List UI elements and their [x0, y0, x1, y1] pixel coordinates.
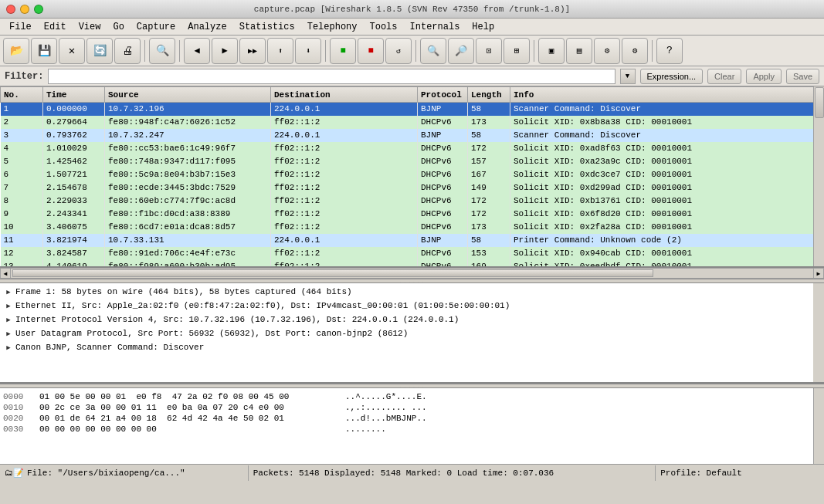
- capture-restart-button[interactable]: ↺: [385, 38, 412, 64]
- display-filter-button[interactable]: ⚙: [622, 38, 648, 64]
- col-header-protocol[interactable]: Protocol: [418, 87, 468, 103]
- expand-icon[interactable]: ▶: [3, 328, 14, 339]
- col-header-no[interactable]: No.: [1, 87, 43, 103]
- expand-icon[interactable]: ▶: [3, 342, 14, 353]
- packet-list-hscrollbar[interactable]: ◀ ▶: [0, 268, 824, 279]
- col-header-source[interactable]: Source: [105, 87, 271, 103]
- print-button[interactable]: 🖨: [114, 38, 141, 64]
- apply-button[interactable]: Apply: [746, 69, 782, 84]
- zoom-fit-button[interactable]: ⊡: [476, 38, 502, 64]
- save-filter-button[interactable]: Save: [786, 69, 819, 84]
- menu-internals[interactable]: Internals: [404, 20, 466, 34]
- window-title: capture.pcap [Wireshark 1.8.5 (SVN Rev 4…: [254, 5, 570, 14]
- minimize-window-button[interactable]: [20, 5, 29, 14]
- table-row[interactable]: 61.507721fe80::5c9a:8e04:b3b7:15e3ff02::…: [1, 168, 824, 181]
- menu-tools[interactable]: Tools: [364, 20, 404, 34]
- zoom-normal-button[interactable]: ⊞: [504, 38, 530, 64]
- expand-icon[interactable]: ▶: [3, 286, 14, 297]
- packet-details: ▶Frame 1: 58 bytes on wire (464 bits), 5…: [0, 283, 824, 384]
- table-row[interactable]: 123.824587fe80::91ed:706c:4e4f:e73cff02:…: [1, 247, 824, 260]
- detail-row[interactable]: ▶Ethernet II, Src: Apple_2a:02:f0 (e0:f8…: [2, 299, 822, 313]
- hscroll-thumb[interactable]: [12, 269, 653, 277]
- menu-edit[interactable]: Edit: [38, 20, 73, 34]
- detail-row[interactable]: ▶Canon BJNP, Scanner Command: Discover: [2, 340, 822, 354]
- first-button[interactable]: ⬆: [267, 38, 293, 64]
- menu-go[interactable]: Go: [107, 20, 130, 34]
- reload-button[interactable]: 🔄: [86, 38, 113, 64]
- menu-statistics[interactable]: Statistics: [233, 20, 301, 34]
- table-row[interactable]: 30.79376210.7.32.247224.0.0.1BJNP58Scann…: [1, 129, 824, 142]
- hex-bytes: 00 01 de 64 21 a4 00 18 62 4d 42 4a 4e 5…: [39, 414, 333, 423]
- capture-stop-button[interactable]: ■: [358, 38, 384, 64]
- separator-4: [415, 40, 416, 62]
- status-bar: 🗂📝 File: "/Users/bixiaopeng/ca..." Packe…: [0, 464, 824, 481]
- close-capture-button[interactable]: ✕: [59, 38, 85, 64]
- open-button[interactable]: 📂: [3, 38, 29, 64]
- save-button[interactable]: 💾: [31, 38, 57, 64]
- menu-bar: File Edit View Go Capture Analyze Statis…: [0, 19, 824, 36]
- vscrollbar-thumb[interactable]: [815, 87, 824, 118]
- menu-telephony[interactable]: Telephony: [301, 20, 364, 34]
- table-row[interactable]: 51.425462fe80::748a:9347:d117:f095ff02::…: [1, 155, 824, 168]
- status-packets: Packets: 5148 Displayed: 5148 Marked: 0 …: [249, 465, 656, 481]
- filter-input[interactable]: [48, 69, 615, 84]
- col-header-length[interactable]: Length: [468, 87, 510, 103]
- expand-icon[interactable]: ▶: [3, 300, 14, 311]
- hscroll-track[interactable]: [11, 269, 813, 278]
- hex-offset: 0020: [3, 414, 30, 423]
- maximize-window-button[interactable]: [34, 5, 43, 14]
- hex-offset: 0030: [3, 425, 30, 434]
- expand-icon[interactable]: ▶: [3, 314, 14, 325]
- table-header: No. Time Source Destination Protocol Len…: [1, 87, 824, 103]
- filter-dropdown-button[interactable]: ▼: [620, 69, 636, 84]
- col-header-time[interactable]: Time: [43, 87, 105, 103]
- clear-button[interactable]: Clear: [707, 69, 741, 84]
- back-button[interactable]: ◀: [184, 38, 210, 64]
- status-file-icons: 🗂📝: [5, 468, 24, 478]
- expression-button[interactable]: Expression...: [640, 69, 704, 84]
- last-button[interactable]: ⬇: [295, 38, 321, 64]
- menu-help[interactable]: Help: [466, 20, 500, 34]
- table-row[interactable]: 113.82197410.7.33.131224.0.0.1BJNP58Prin…: [1, 234, 824, 247]
- table-row[interactable]: 82.229033fe80::60eb:c774:7f9c:ac8dff02::…: [1, 194, 824, 208]
- hscroll-right-button[interactable]: ▶: [813, 268, 824, 279]
- colorize-button[interactable]: ▣: [538, 38, 565, 64]
- packet-list-vscrollbar[interactable]: [813, 86, 824, 266]
- zoom-in-button[interactable]: 🔍: [420, 38, 446, 64]
- menu-file[interactable]: File: [3, 20, 38, 34]
- detail-vscrollbar[interactable]: [813, 283, 824, 382]
- table-row[interactable]: 10.00000010.7.32.196224.0.0.1BJNP58Scann…: [1, 103, 824, 116]
- hex-vscrollbar[interactable]: [813, 388, 824, 464]
- zoom-out-button[interactable]: 🔎: [448, 38, 474, 64]
- capture-filter-button[interactable]: ⚙: [594, 38, 620, 64]
- forward-button[interactable]: ▶: [212, 38, 238, 64]
- go-button[interactable]: ▶▶: [239, 38, 266, 64]
- show-prefs-button[interactable]: ▤: [566, 38, 592, 64]
- menu-analyze[interactable]: Analyze: [181, 20, 232, 34]
- table-row[interactable]: 41.010029fe80::cc53:bae6:1c49:96f7ff02::…: [1, 142, 824, 155]
- toolbar: 📂 💾 ✕ 🔄 🖨 🔍 ◀ ▶ ▶▶ ⬆ ⬇ ■ ■ ↺ 🔍 🔎 ⊡ ⊞ ▣ ▤…: [0, 36, 824, 66]
- menu-capture[interactable]: Capture: [131, 20, 181, 34]
- col-header-info[interactable]: Info: [510, 87, 824, 103]
- hex-ascii: ........: [345, 425, 386, 434]
- table-row[interactable]: 103.406075fe80::6cd7:e01a:dca8:8d57ff02:…: [1, 221, 824, 234]
- menu-view[interactable]: View: [73, 20, 107, 34]
- separator-3: [325, 40, 326, 62]
- find-button[interactable]: 🔍: [149, 38, 175, 64]
- packet-table: No. Time Source Destination Protocol Len…: [0, 86, 824, 268]
- col-header-destination[interactable]: Destination: [271, 87, 418, 103]
- hex-row: 001000 2c ce 3a 00 00 01 11 e0 ba 0a 07 …: [3, 402, 821, 413]
- detail-row[interactable]: ▶User Datagram Protocol, Src Port: 56932…: [2, 326, 822, 340]
- hscroll-left-button[interactable]: ◀: [0, 268, 11, 279]
- table-row[interactable]: 20.279664fe80::948f:c4a7:6026:1c52ff02::…: [1, 116, 824, 129]
- capture-start-button[interactable]: ■: [330, 38, 356, 64]
- detail-row[interactable]: ▶Frame 1: 58 bytes on wire (464 bits), 5…: [2, 285, 822, 299]
- status-file-text: File: "/Users/bixiaopeng/ca...": [27, 468, 185, 478]
- status-file: 🗂📝 File: "/Users/bixiaopeng/ca...": [0, 465, 249, 481]
- close-window-button[interactable]: [6, 5, 15, 14]
- table-row[interactable]: 134.140619fe80::f989:a600:b30b:ad95ff02:…: [1, 260, 824, 269]
- table-row[interactable]: 92.243341fe80::f1bc:d0cd:a38:8389ff02::1…: [1, 208, 824, 221]
- help-button[interactable]: ?: [656, 38, 683, 64]
- detail-row[interactable]: ▶Internet Protocol Version 4, Src: 10.7.…: [2, 313, 822, 326]
- table-row[interactable]: 72.154678fe80::ecde:3445:3bdc:7529ff02::…: [1, 181, 824, 194]
